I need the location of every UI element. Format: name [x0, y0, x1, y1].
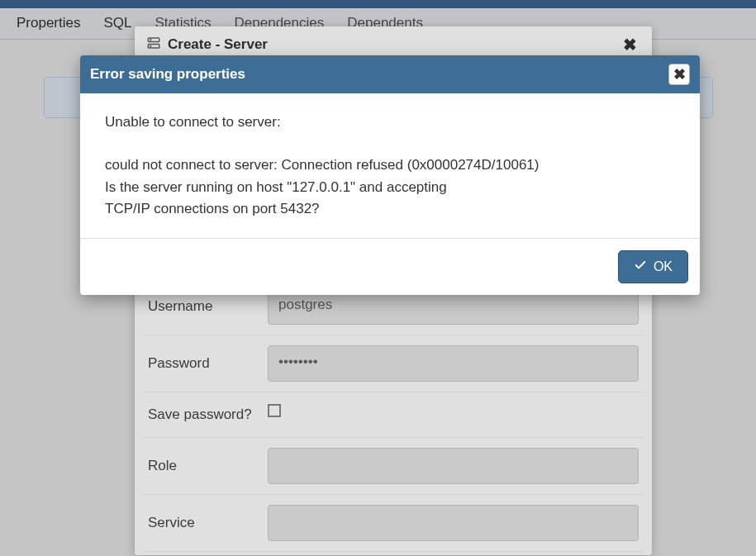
ok-button[interactable]: OK — [618, 250, 688, 283]
check-icon — [634, 259, 647, 275]
save-password-checkbox[interactable] — [268, 404, 281, 417]
error-dialog: Error saving properties ✖ Unable to conn… — [80, 55, 700, 295]
error-line-3: Is the server running on host "127.0.0.1… — [105, 177, 675, 198]
service-label: Service — [148, 515, 268, 531]
form-row-save-password: Save password? — [143, 392, 644, 438]
form-row-service: Service — [143, 495, 644, 552]
role-input[interactable] — [268, 448, 639, 484]
error-line-1: Unable to connect to server: — [105, 112, 675, 133]
username-label: Username — [148, 298, 268, 315]
top-header-bar — [0, 0, 756, 8]
password-label: Password — [148, 355, 268, 372]
error-dialog-header: Error saving properties ✖ — [80, 55, 700, 93]
form-row-role: Role — [143, 438, 644, 495]
error-dialog-footer: OK — [80, 238, 700, 295]
ok-button-label: OK — [654, 259, 673, 274]
save-password-label: Save password? — [148, 404, 268, 425]
password-input[interactable]: •••••••• — [268, 345, 639, 382]
service-input[interactable] — [268, 505, 639, 541]
form-row-password: Password •••••••• — [143, 335, 644, 392]
error-dialog-body: Unable to connect to server: could not c… — [80, 93, 700, 238]
error-line-4: TCP/IP connections on port 5432? — [105, 198, 675, 220]
svg-point-2 — [150, 40, 151, 40]
svg-point-3 — [150, 45, 151, 46]
error-dialog-title: Error saving properties — [90, 66, 245, 83]
close-icon[interactable]: ✖ — [668, 64, 690, 85]
error-line-2: could not connect to server: Connection … — [105, 154, 675, 176]
close-icon[interactable]: ✖ — [620, 35, 640, 55]
create-server-title: Create - Server — [168, 36, 268, 53]
tab-properties[interactable]: Properties — [5, 8, 92, 39]
server-icon — [146, 36, 161, 54]
role-label: Role — [148, 458, 268, 474]
